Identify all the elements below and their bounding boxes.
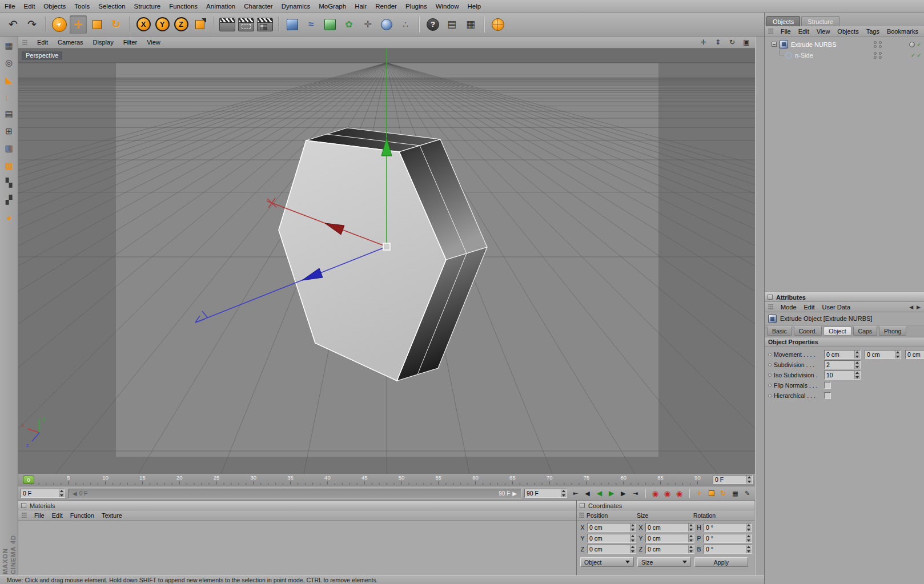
object-manager-tree[interactable]: Extrude NURBS ✓ n-Side ✓✓ (765, 37, 924, 292)
frame-end-field[interactable]: 90 F (524, 489, 567, 498)
record-button[interactable]: ◉ (650, 488, 661, 499)
spinner[interactable] (59, 489, 65, 497)
rot-b-field[interactable]: 0 ° (704, 545, 752, 554)
tab-phong[interactable]: Phong (879, 327, 906, 336)
spinner[interactable] (688, 523, 694, 531)
expand-toggle-icon[interactable] (772, 42, 777, 47)
tree-row-nside[interactable]: n-Side ✓✓ (765, 50, 924, 61)
live-selection-button[interactable]: ➤ (51, 15, 68, 34)
menu-selection[interactable]: Selection (98, 3, 125, 10)
add-deformer-button[interactable] (378, 15, 395, 34)
vp-menu-view[interactable]: View (147, 39, 160, 46)
materials-menu-texture[interactable]: Texture (102, 512, 122, 519)
prev-frame-button[interactable]: ◀ (582, 488, 593, 499)
timeline-ruler[interactable]: 051015202530354045505560657075808590 0 0… (18, 474, 755, 486)
attributes-menu-edit[interactable]: Edit (804, 304, 815, 311)
spinner[interactable] (895, 351, 901, 359)
lock-y-button[interactable]: Y (154, 15, 171, 34)
pos-y-field[interactable]: 0 cm (587, 534, 636, 543)
spinner[interactable] (746, 523, 752, 531)
key-rotation-button[interactable]: ↻ (718, 488, 729, 499)
render-visibility-dot[interactable] (879, 45, 882, 48)
objects-menu-bookmarks[interactable]: Bookmarks (887, 28, 918, 35)
menu-edit[interactable]: Edit (24, 3, 35, 10)
spinner[interactable] (688, 534, 694, 542)
spinner[interactable] (746, 534, 752, 542)
spinner[interactable] (630, 523, 636, 531)
spinner[interactable] (854, 371, 860, 379)
tab-caps[interactable]: Caps (853, 327, 878, 336)
autokey-button[interactable]: ◉ (662, 488, 673, 499)
enabled-check-icon[interactable]: ✓ (917, 42, 921, 47)
objects-menu-edit[interactable]: Edit (798, 28, 809, 35)
menu-structure[interactable]: Structure (134, 3, 161, 10)
object-origin-handle[interactable] (383, 243, 390, 250)
menu-mograph[interactable]: MoGraph (319, 3, 346, 10)
menu-file[interactable]: File (5, 3, 15, 10)
axes-tool-button[interactable]: ✛ (359, 15, 376, 34)
object-label[interactable]: Extrude NURBS (791, 41, 836, 48)
goto-start-button[interactable]: ⇤ (570, 488, 581, 499)
visibility-toggles[interactable] (874, 52, 882, 59)
panel-box-icon[interactable] (21, 503, 26, 508)
spinner[interactable] (854, 361, 860, 369)
menu-animation[interactable]: Animation (206, 3, 235, 10)
add-spline-button[interactable]: ≈ (303, 15, 320, 34)
objects-menu-objects[interactable]: Objects (837, 28, 858, 35)
editor-visibility-dot[interactable] (879, 41, 882, 44)
menu-help[interactable]: Help (468, 3, 481, 10)
flip-normals-checkbox[interactable] (824, 382, 831, 389)
menu-window[interactable]: Window (436, 3, 459, 10)
play-backward-button[interactable]: ◀ (594, 488, 605, 499)
play-button[interactable]: ▶ (606, 488, 617, 499)
move-tool-button[interactable]: ✛ (70, 15, 87, 34)
subdivision-field[interactable]: 2 (824, 360, 861, 369)
key-parameter-button[interactable]: ▦ (730, 488, 741, 499)
spinner[interactable] (854, 351, 860, 359)
current-frame-field[interactable]: 0 F (713, 475, 753, 484)
objects-menu-view[interactable]: View (817, 28, 830, 35)
panel-grip[interactable] (768, 304, 773, 310)
pie-button[interactable]: ◕ (2, 210, 17, 224)
zoom-view-icon[interactable]: ⇕ (713, 38, 722, 47)
spinner[interactable] (746, 545, 752, 553)
panel-grip[interactable] (768, 28, 773, 34)
online-updater-button[interactable] (489, 15, 507, 34)
coordinate-system-button[interactable] (191, 15, 208, 34)
size-z-field[interactable]: 0 cm (645, 545, 694, 554)
tab-basic[interactable]: Basic (767, 327, 792, 336)
movement-y-field[interactable]: 0 cm (865, 350, 901, 359)
apply-button[interactable]: Apply (694, 557, 748, 567)
keyframe-dot-icon[interactable] (768, 363, 772, 366)
array-button[interactable]: ▤ (2, 107, 17, 122)
spinner[interactable] (746, 476, 752, 484)
menu-dynamics[interactable]: Dynamics (282, 3, 310, 10)
attributes-menu-mode[interactable]: Mode (781, 304, 797, 311)
spinner[interactable] (561, 489, 567, 497)
objects-menu-tags[interactable]: Tags (866, 28, 879, 35)
vp-menu-filter[interactable]: Filter (123, 39, 137, 46)
key-scale-button[interactable] (706, 488, 717, 499)
panel-box-icon[interactable] (580, 503, 585, 508)
history-back-icon[interactable]: ◀ (909, 304, 913, 310)
panel-grip[interactable] (22, 512, 27, 518)
render-region-button[interactable] (238, 15, 255, 34)
editor-visibility-dot[interactable] (879, 52, 882, 55)
menu-tools[interactable]: Tools (74, 3, 90, 10)
pos-x-field[interactable]: 0 cm (587, 523, 636, 532)
undo-button[interactable]: ↶ (5, 15, 22, 34)
add-modifier-button[interactable]: ✿ (340, 15, 357, 34)
keyframe-dot-icon[interactable] (768, 394, 772, 397)
pos-z-field[interactable]: 0 cm (587, 545, 636, 554)
spinner[interactable] (688, 545, 694, 553)
lock-x-button[interactable]: X (135, 15, 152, 34)
vp-menu-edit[interactable]: Edit (37, 39, 48, 46)
editor-visibility-dot[interactable] (874, 52, 877, 55)
keyframe-dot-icon[interactable] (768, 373, 772, 377)
vp-menu-cameras[interactable]: Cameras (58, 39, 83, 46)
timeline-playhead[interactable]: 0 (23, 476, 34, 484)
materials-menu-file[interactable]: File (34, 512, 45, 519)
viewport-canvas[interactable]: y x z Perspective (18, 49, 755, 474)
tab-coord[interactable]: Coord. (794, 327, 822, 336)
scale-tool-button[interactable] (89, 15, 106, 34)
